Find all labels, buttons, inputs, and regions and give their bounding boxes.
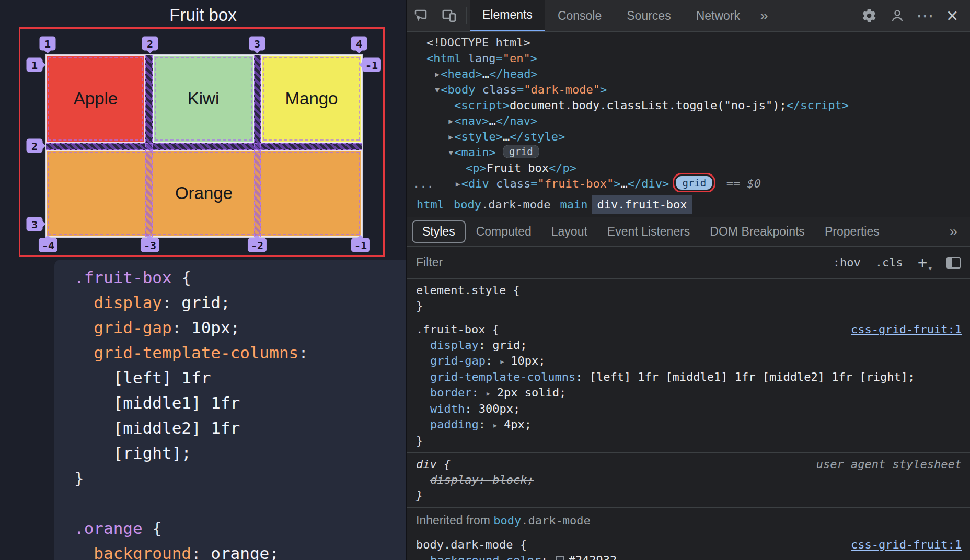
dom-node-line[interactable]: ▸<head>…</head> [407,66,970,82]
toggle-element-state-button[interactable]: :hov [833,256,861,269]
syntax-token [669,177,676,190]
tab-styles[interactable]: Styles [412,220,466,243]
syntax-token: : [479,418,493,431]
syntax-token: Fruit box [487,161,549,174]
dom-node-line[interactable]: <!DOCTYPE html> [407,35,970,51]
cell-label: Mango [285,89,338,109]
style-declaration[interactable]: display: block; [407,472,970,488]
grid-badge[interactable]: grid [676,176,712,190]
breadcrumb-item-div.fruit-box[interactable]: div.fruit-box [592,195,691,214]
dom-node-line[interactable]: ▸<nav>…</nav> [407,113,970,129]
more-panel-tabs-icon[interactable]: » [949,223,965,240]
tab-computed[interactable]: Computed [467,221,541,242]
expand-shorthand-arrow[interactable]: ▸ [499,356,511,367]
computed-sidebar-toggle-icon[interactable] [946,257,961,269]
style-declaration[interactable]: .fruit-box {css-grid-fruit:1 [407,322,970,337]
close-icon[interactable]: × [939,0,966,31]
style-declaration[interactable]: grid-gap: ▸ 10px; [407,353,970,369]
code-line: [left] 1fr [74,365,406,390]
style-declaration[interactable]: } [407,433,970,449]
grid-line-number-badge: -4 [39,238,57,252]
expand-shorthand-arrow[interactable]: ▸ [492,419,504,430]
breadcrumb-class: .dark-mode [481,198,550,211]
tab-console[interactable]: Console [545,0,614,31]
dom-node-line[interactable]: ... ▸<div class="fruit-box">…</div> grid… [407,176,970,192]
breadcrumb-tag: html [417,198,444,211]
inherited-from-node-link[interactable]: body.dark-mode [493,514,590,527]
style-declaration[interactable]: border: ▸ 2px solid; [407,385,970,401]
breadcrumb-item-main[interactable]: main [555,195,592,214]
syntax-token: } [416,299,423,312]
more-menu-icon[interactable]: ⋯ [911,0,939,31]
tab-event-listeners[interactable]: Event Listeners [598,221,700,242]
style-declaration[interactable]: element.style { [407,283,970,298]
grid-badge[interactable]: grid [503,145,539,158]
syntax-token: : [465,402,479,415]
syntax-token: body.dark-mode [416,538,513,551]
dom-node-line[interactable]: <p>Fruit box</p> [407,160,970,176]
syntax-token: display [430,339,479,352]
element-classes-button[interactable]: .cls [875,256,903,269]
stylesheet-source-link[interactable]: css-grid-fruit:1 [851,323,962,336]
body-dark-mode-rule: body.dark-mode {css-grid-fruit:1backgrou… [407,533,970,560]
dom-node-line[interactable]: ▸<style>…</style> [407,129,970,145]
style-declaration[interactable]: } [407,488,970,504]
tab-elements[interactable]: Elements [470,0,545,31]
dom-node-line[interactable]: <html lang="en"> [407,51,970,66]
syntax-token: body [493,514,521,527]
tab-sources[interactable]: Sources [614,0,683,31]
gear-icon[interactable] [855,0,883,31]
dom-node-line[interactable]: ▾<main> grid [407,145,970,160]
breadcrumb-tag: main [560,198,587,211]
expand-arrow[interactable]: ▸ [455,177,461,190]
expand-shorthand-arrow[interactable]: ▸ [486,388,497,399]
syntax-token: </script> [787,99,849,112]
declaration-text: element.style { [416,283,520,298]
style-declaration[interactable]: width: 300px; [407,401,970,417]
syntax-token: width [430,402,465,415]
style-declaration[interactable]: background-color: #242932 [407,553,970,560]
expand-arrow[interactable]: ▸ [447,114,454,127]
syntax-token: { [172,268,191,287]
icon-glyph [413,8,429,24]
style-declaration[interactable]: grid-template-columns: [left] 1fr [middl… [407,369,970,385]
new-style-rule-button[interactable]: + [918,258,928,268]
tab-properties[interactable]: Properties [815,221,889,242]
syntax-token: { [437,458,451,471]
expand-arrow[interactable]: ▸ [447,130,454,143]
device-toolbar-icon[interactable] [435,0,463,31]
style-declaration[interactable]: div {user agent stylesheet [407,457,970,472]
node-more-actions[interactable]: ... [413,177,434,190]
code-line: grid-gap: 10px; [74,315,406,340]
tab-layout[interactable]: Layout [542,221,597,242]
declaration-text: border: ▸ 2px solid; [430,385,566,401]
syntax-token: { [506,284,520,297]
collapse-arrow[interactable]: ▾ [434,83,441,96]
person-icon[interactable] [883,0,911,31]
stylesheet-source-link[interactable]: css-grid-fruit:1 [851,538,962,551]
styles-filter-input[interactable] [416,255,818,270]
more-tabs-icon[interactable]: » [753,0,776,31]
syntax-token: grid-template-columns [94,343,298,362]
tab-network[interactable]: Network [684,0,753,31]
inspect-icon[interactable] [407,0,435,31]
cell-label: Orange [175,183,233,203]
syntax-token: grid; [492,339,527,352]
code-line: .orange { [74,516,406,541]
style-declaration[interactable]: display: grid; [407,337,970,353]
devtools-toolbar: ElementsConsoleSourcesNetwork » ⋯ × [407,0,970,32]
style-declaration[interactable]: } [407,298,970,314]
syntax-token: > [600,83,607,96]
style-declaration[interactable]: body.dark-mode {css-grid-fruit:1 [407,537,970,553]
code-line: grid-template-columns: [74,340,406,365]
dom-node-line[interactable]: <script>document.body.classList.toggle("… [407,98,970,113]
style-declaration[interactable]: padding: ▸ 4px; [407,417,970,433]
breadcrumb-item-html[interactable]: html [412,195,449,214]
toolbar-right-icons: ⋯ × [855,0,970,31]
breadcrumb-item-body.dark-mode[interactable]: body.dark-mode [449,195,555,214]
tab-dom-breakpoints[interactable]: DOM Breakpoints [700,221,814,242]
expand-arrow[interactable]: ▸ [434,67,441,80]
syntax-token: [left] 1fr [middle1] 1fr [middle2] 1fr [… [590,370,915,383]
collapse-arrow[interactable]: ▾ [447,146,454,159]
dom-node-line[interactable]: ▾<body class="dark-mode"> [407,82,970,98]
